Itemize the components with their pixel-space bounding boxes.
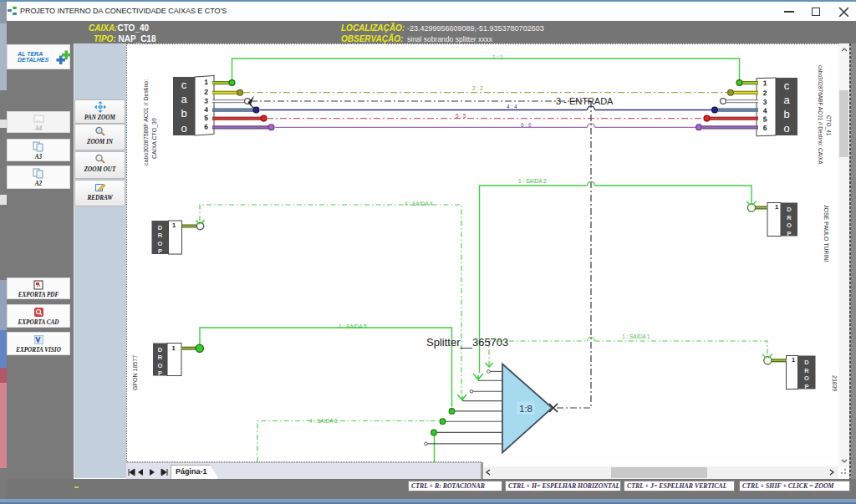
svg-text:O: O (158, 240, 163, 247)
svg-text:4 : SAIDA 6: 4 : SAIDA 6 (309, 418, 338, 424)
svg-text:1: 1 (172, 344, 176, 352)
svg-text:4 : 4: 4 : 4 (507, 104, 517, 109)
svg-text:2: 2 (763, 89, 767, 97)
svg-text:5: 5 (204, 114, 208, 122)
svg-text:1:8: 1:8 (519, 404, 532, 414)
svg-text:D: D (158, 224, 163, 232)
svg-text:1: 1 (763, 79, 767, 87)
svg-text:P: P (158, 369, 162, 377)
svg-text:c: c (181, 79, 187, 91)
svg-text:CAIXA CTO_39: CAIXA CTO_39 (151, 118, 158, 159)
svg-text:O: O (158, 362, 163, 369)
svg-text:1 : SAIDA 1: 1 : SAIDA 1 (622, 333, 650, 339)
svg-text:o: o (181, 122, 186, 135)
svg-text:cabo302876ABF AC01 // Destino:: cabo302876ABF AC01 // Destino: CAIXA (818, 65, 823, 165)
svg-text:D: D (804, 359, 809, 366)
svg-text:cabo30287586F AC01 // Destino: cabo30287586F AC01 // Destino: (143, 79, 149, 165)
svg-text:3 - ENTRADA: 3 - ENTRADA (556, 96, 614, 106)
svg-text:b: b (181, 107, 186, 120)
svg-text:P: P (804, 383, 808, 390)
svg-text:D: D (158, 346, 163, 354)
svg-text:2 : 2: 2 : 2 (472, 85, 483, 91)
svg-text:1: 1 (792, 356, 795, 364)
svg-text:1 : SAIDA 5: 1 : SAIDA 5 (339, 323, 367, 329)
svg-text:P: P (158, 247, 162, 255)
svg-text:4: 4 (763, 106, 767, 115)
svg-text:R: R (158, 354, 163, 361)
svg-text:6: 6 (204, 122, 208, 130)
svg-text:5: 5 (763, 115, 767, 123)
svg-text:1 : SAIDA 2: 1 : SAIDA 2 (518, 178, 547, 184)
svg-text:JOSE PAULO TURINI: JOSE PAULO TURINI (823, 205, 829, 262)
svg-text:Splitter__365703: Splitter__365703 (426, 336, 508, 349)
svg-text:b: b (783, 108, 789, 120)
svg-text:4: 4 (204, 105, 208, 114)
svg-text:1: 1 (204, 78, 208, 86)
svg-text:a: a (783, 94, 790, 106)
svg-text:D: D (787, 206, 792, 213)
svg-text:R: R (158, 232, 163, 239)
svg-text:R: R (787, 214, 792, 221)
svg-text:1: 1 (775, 203, 778, 211)
svg-text:P: P (787, 230, 791, 237)
svg-text:6: 6 (763, 124, 767, 132)
svg-text:GPON 18577: GPON 18577 (132, 355, 138, 390)
svg-text:6 : 6: 6 : 6 (521, 122, 532, 128)
svg-text:O: O (804, 374, 809, 382)
svg-text:a: a (181, 93, 187, 105)
svg-text:2: 2 (204, 88, 208, 96)
svg-text:1 : 1: 1 : 1 (492, 54, 503, 60)
svg-text:21839: 21839 (832, 375, 838, 392)
svg-text:5 : 5: 5 : 5 (456, 113, 466, 119)
svg-text:o: o (783, 122, 789, 135)
svg-text:R: R (804, 367, 809, 374)
svg-text:CTO_41: CTO_41 (825, 115, 832, 136)
svg-text:4 : SAIDA 4: 4 : SAIDA 4 (405, 201, 433, 206)
svg-text:O: O (787, 221, 792, 229)
svg-text:3: 3 (763, 98, 767, 106)
svg-text:c: c (784, 79, 790, 92)
svg-text:1: 1 (172, 221, 176, 229)
svg-text:3: 3 (204, 96, 208, 104)
